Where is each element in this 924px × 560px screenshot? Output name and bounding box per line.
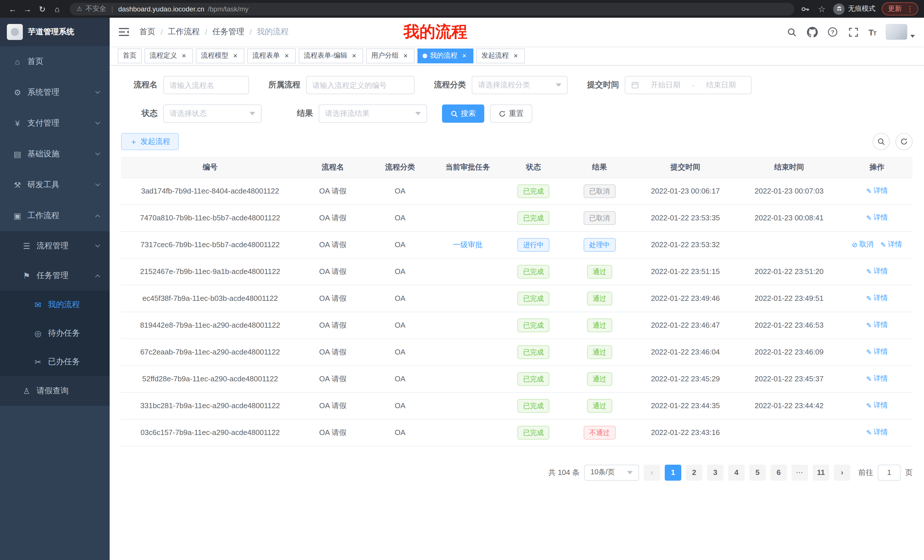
tab-process-definition[interactable]: 流程定义× xyxy=(144,48,193,63)
detail-button[interactable]: ✎详情 xyxy=(866,213,888,223)
detail-button[interactable]: ✎详情 xyxy=(866,428,888,437)
help-icon[interactable]: ? xyxy=(827,27,838,37)
forward-button[interactable]: → xyxy=(21,2,34,16)
page-button-3[interactable]: 3 xyxy=(707,464,723,481)
sidebar-item-infrastructure[interactable]: ▤基础设施 xyxy=(0,139,110,169)
column-header-4: 状态 xyxy=(502,157,565,178)
search-icon[interactable] xyxy=(786,27,797,37)
detail-button[interactable]: ✎详情 xyxy=(866,401,888,410)
github-icon[interactable] xyxy=(807,27,818,37)
column-header-7: 结束时间 xyxy=(737,157,842,178)
detail-button[interactable]: ✎详情 xyxy=(866,347,888,357)
breadcrumb-item[interactable]: 任务管理 xyxy=(213,27,244,37)
cell-end-time xyxy=(737,231,842,258)
password-key-icon[interactable] xyxy=(800,4,810,14)
sidebar-item-workflow[interactable]: ▣工作流程 xyxy=(0,201,110,231)
page-button-1[interactable]: 1 xyxy=(665,464,681,481)
detail-button[interactable]: ✎详情 xyxy=(866,374,888,383)
tab-close-icon[interactable]: × xyxy=(402,52,410,60)
category-select[interactable]: 请选择流程分类 xyxy=(472,76,568,94)
tab-close-icon[interactable]: × xyxy=(180,52,188,60)
page-ellipsis: ⋯ xyxy=(792,464,808,481)
submit-time-range[interactable]: 开始日期 - 结束日期 xyxy=(625,76,752,94)
caret-down-icon xyxy=(556,83,561,87)
tab-process-form-edit[interactable]: 流程表单-编辑× xyxy=(298,48,363,63)
browser-menu-icon[interactable]: ⋮ xyxy=(904,4,915,13)
detail-button[interactable]: ✎详情 xyxy=(880,240,902,250)
search-icon xyxy=(877,138,885,145)
tools-icon: ⚒ xyxy=(13,180,22,190)
tab-close-icon[interactable]: × xyxy=(512,52,520,60)
sidebar-item-process-management[interactable]: ☰流程管理 xyxy=(0,231,110,261)
detail-button[interactable]: ✎详情 xyxy=(866,293,888,303)
user-menu[interactable] xyxy=(886,24,915,40)
sidebar-item-label: 工作流程 xyxy=(27,211,59,221)
page-button-4[interactable]: 4 xyxy=(728,464,745,481)
prev-page-button[interactable]: ‹ xyxy=(644,464,660,481)
result-badge: 不通过 xyxy=(584,425,616,439)
tab-user-group[interactable]: 用户分组× xyxy=(366,48,415,63)
create-process-button[interactable]: ＋ 发起流程 xyxy=(121,133,179,150)
cell-category: OA xyxy=(366,285,434,312)
sidebar-item-system[interactable]: ⚙系统管理 xyxy=(0,77,110,108)
tab-process-form[interactable]: 流程表单× xyxy=(247,48,296,63)
current-task-link[interactable]: 一级审批 xyxy=(453,240,483,249)
tab-close-icon[interactable]: × xyxy=(283,52,291,60)
update-button[interactable]: 更新 ⋮ xyxy=(882,2,918,15)
refresh-table-button[interactable] xyxy=(896,133,913,150)
tab-start-process[interactable]: 发起流程× xyxy=(476,48,525,63)
result-select[interactable]: 请选择流结果 xyxy=(319,105,427,123)
tab-close-icon[interactable]: × xyxy=(231,52,239,60)
search-button[interactable]: 搜索 xyxy=(442,105,484,123)
cancel-button[interactable]: ⊘取消 xyxy=(852,240,873,250)
sidebar-item-payment[interactable]: ¥支付管理 xyxy=(0,108,110,139)
sidebar-item-done-tasks[interactable]: ✂已办任务 xyxy=(0,347,110,376)
breadcrumb-item[interactable]: 工作流程 xyxy=(168,27,200,37)
reload-button[interactable]: ↻ xyxy=(35,2,49,16)
action-label: 详情 xyxy=(873,374,888,383)
font-size-icon[interactable]: TT xyxy=(868,27,876,37)
detail-button[interactable]: ✎详情 xyxy=(866,320,888,330)
sidebar-logo[interactable]: 芋道管理系统 xyxy=(0,18,110,46)
bookmark-star-icon[interactable]: ☆ xyxy=(817,4,827,14)
detail-button[interactable]: ✎详情 xyxy=(866,267,888,276)
page-size-select[interactable]: 10条/页 xyxy=(584,464,639,481)
sidebar-item-todo-tasks[interactable]: ◎待办任务 xyxy=(0,319,110,347)
detail-button[interactable]: ✎详情 xyxy=(866,186,888,196)
tab-my-process[interactable]: 我的流程× xyxy=(417,48,473,63)
logo-title: 芋道管理系统 xyxy=(28,27,74,37)
process-def-input[interactable] xyxy=(306,76,415,94)
sidebar-item-home[interactable]: ⌂首页 xyxy=(0,46,110,77)
process-name-input[interactable] xyxy=(164,76,249,94)
fullscreen-icon[interactable] xyxy=(848,27,859,37)
sidebar-item-devtools[interactable]: ⚒研发工具 xyxy=(0,169,110,201)
breadcrumb-separator: / xyxy=(249,27,252,36)
sidebar-item-leave-query[interactable]: ♙请假查询 xyxy=(0,376,110,406)
avatar[interactable] xyxy=(886,24,908,40)
reset-button[interactable]: 重置 xyxy=(490,105,532,123)
security-label[interactable]: 不安全 xyxy=(86,4,106,14)
jump-page-input[interactable] xyxy=(878,464,901,481)
back-button[interactable]: ← xyxy=(6,2,20,16)
show-search-button[interactable] xyxy=(873,133,890,150)
sidebar-item-my-process[interactable]: ✉我的流程 xyxy=(0,290,110,319)
tab-process-model[interactable]: 流程模型× xyxy=(196,48,244,63)
page-button-5[interactable]: 5 xyxy=(749,464,766,481)
next-page-button[interactable]: › xyxy=(834,464,850,481)
tab-close-icon[interactable]: × xyxy=(460,52,468,60)
hamburger-icon[interactable] xyxy=(119,26,130,38)
page-button-6[interactable]: 6 xyxy=(770,464,787,481)
browser-home-button[interactable]: ⌂ xyxy=(50,2,64,16)
caret-down-icon xyxy=(249,112,255,115)
page-button-11[interactable]: 11 xyxy=(813,464,829,481)
cell-end-time xyxy=(737,419,842,446)
cell-status: 已完成 xyxy=(502,392,565,419)
tab-close-icon[interactable]: × xyxy=(350,52,358,60)
tab-home[interactable]: 首页 xyxy=(118,48,142,63)
address-bar[interactable]: ⚠ 不安全 | dashboard.yudao.iocoder.cn/bpm/t… xyxy=(70,3,794,15)
page-button-2[interactable]: 2 xyxy=(686,464,702,481)
status-select[interactable]: 请选择状态 xyxy=(164,105,261,123)
sidebar-item-task-management[interactable]: ⚑任务管理 xyxy=(0,261,110,290)
filter-label-status: 状态 xyxy=(121,108,158,119)
breadcrumb-item[interactable]: 首页 xyxy=(140,27,155,37)
